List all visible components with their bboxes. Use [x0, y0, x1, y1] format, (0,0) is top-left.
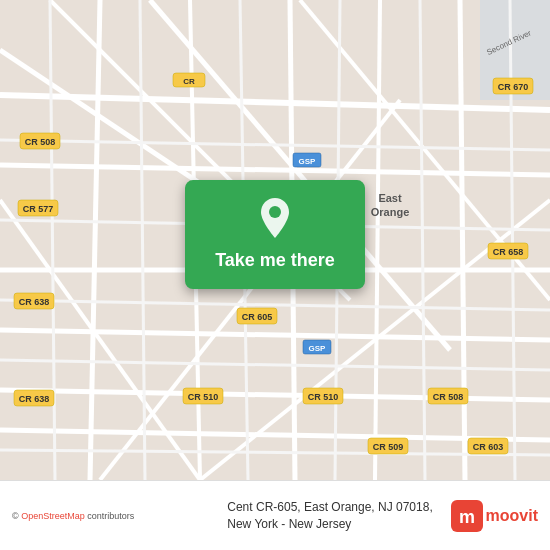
take-me-there-label: Take me there — [215, 250, 335, 271]
take-me-there-button[interactable]: Take me there — [185, 180, 365, 289]
svg-text:CR 510: CR 510 — [188, 392, 219, 402]
svg-text:m: m — [459, 507, 475, 527]
moovit-logo: m moovit — [451, 500, 538, 532]
location-pin-icon — [257, 198, 293, 242]
svg-text:CR 638: CR 638 — [19, 394, 50, 404]
svg-text:CR 605: CR 605 — [242, 312, 273, 322]
osm-prefix: © — [12, 511, 21, 521]
moovit-text: moovit — [486, 507, 538, 525]
address-text: Cent CR-605, East Orange, NJ 07018, New … — [227, 499, 434, 533]
svg-text:CR 638: CR 638 — [19, 297, 50, 307]
svg-text:East: East — [378, 192, 402, 204]
svg-point-64 — [269, 206, 281, 218]
svg-text:CR 658: CR 658 — [493, 247, 524, 257]
svg-text:CR 670: CR 670 — [498, 82, 529, 92]
bottom-bar: © OpenStreetMap contributors Cent CR-605… — [0, 480, 550, 550]
map-container: CR 508 CR 577 CR 638 CR 638 CR 670 CR 65… — [0, 0, 550, 480]
moovit-icon-svg: m — [451, 500, 483, 532]
svg-text:CR 577: CR 577 — [23, 204, 54, 214]
address-info: Cent CR-605, East Orange, NJ 07018, New … — [219, 499, 442, 533]
osm-suffix: contributors — [85, 511, 135, 521]
svg-text:Orange: Orange — [371, 206, 410, 218]
svg-text:CR 509: CR 509 — [373, 442, 404, 452]
svg-text:CR 510: CR 510 — [308, 392, 339, 402]
svg-text:CR 508: CR 508 — [25, 137, 56, 147]
svg-text:CR 508: CR 508 — [433, 392, 464, 402]
svg-text:GSP: GSP — [309, 344, 327, 353]
osm-attribution: © OpenStreetMap contributors — [12, 511, 219, 521]
osm-link[interactable]: OpenStreetMap — [21, 511, 85, 521]
svg-text:GSP: GSP — [299, 157, 317, 166]
svg-text:CR: CR — [183, 77, 195, 86]
take-me-there-overlay: Take me there — [185, 180, 365, 289]
svg-text:CR 603: CR 603 — [473, 442, 504, 452]
